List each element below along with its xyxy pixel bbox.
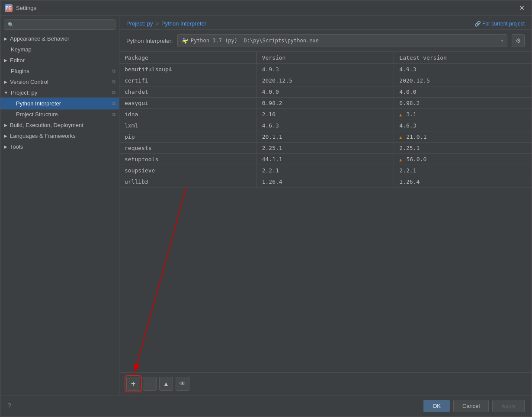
breadcrumb-current: Python Interpreter [161, 20, 206, 27]
upgrade-arrow-icon: ▲ [399, 112, 404, 117]
svg-point-1 [185, 42, 186, 43]
cancel-button[interactable]: Cancel [453, 400, 489, 412]
table-row[interactable]: pip20.1.1▲ 21.0.1 [119, 131, 532, 143]
table-row[interactable]: urllib31.26.41.26.4 [119, 176, 532, 188]
remove-package-button[interactable]: − [143, 377, 157, 391]
table-header: Package Version Latest version [119, 52, 532, 64]
help-button[interactable]: ? [7, 402, 11, 410]
sidebar-item-label: Python Interpreter [16, 100, 61, 107]
upgrade-arrow-icon: ▲ [399, 135, 404, 140]
cell-latest: 4.6.3 [394, 120, 532, 131]
copy-icon: ⧉ [112, 101, 115, 106]
cell-version: 4.9.3 [257, 64, 394, 75]
main-content: 🔍 ▶ Appearance & Behavior Keymap ▶ Edito… [0, 16, 532, 395]
table-row[interactable]: lxml4.6.34.6.3 [119, 120, 532, 131]
table-row[interactable]: idna2.10▲ 3.1 [119, 109, 532, 120]
table-row[interactable]: easygui0.98.20.98.2 [119, 98, 532, 109]
table-row[interactable]: setuptools44.1.1▲ 56.0.0 [119, 154, 532, 165]
sidebar-item-label: Project: py [11, 89, 37, 96]
table-row[interactable]: chardet4.0.04.0.0 [119, 86, 532, 98]
cell-version: 1.26.4 [257, 176, 394, 187]
search-box[interactable]: 🔍 [4, 19, 115, 30]
cell-package: soupsieve [119, 165, 257, 176]
copy-icon: ⧉ [112, 90, 115, 95]
show-package-button[interactable]: 👁 [176, 377, 189, 391]
interpreter-gear-button[interactable]: ⚙ [512, 34, 525, 47]
bottom-toolbar: + − ▲ 👁 [119, 372, 532, 395]
search-icon: 🔍 [8, 22, 14, 28]
cell-latest: 4.9.3 [394, 64, 532, 75]
interpreter-label: Python Interpreter: [126, 38, 173, 44]
for-project-link[interactable]: 🔗 For current project [474, 21, 525, 27]
cell-package: beautifulsoup4 [119, 64, 257, 75]
cell-package: pip [119, 131, 257, 142]
footer-buttons: OK Cancel Apply [423, 400, 525, 412]
cell-package: lxml [119, 120, 257, 131]
gear-icon: ⚙ [516, 37, 521, 44]
cell-package: setuptools [119, 154, 257, 165]
breadcrumb-project: Project: py [126, 20, 153, 27]
chevron-down-icon: ▾ [501, 38, 503, 44]
sidebar-item-label: Tools [10, 143, 23, 150]
cell-latest: ▲ 56.0.0 [394, 154, 532, 165]
cell-version: 4.0.0 [257, 86, 394, 97]
svg-point-0 [183, 38, 184, 39]
sidebar-item-version-control[interactable]: ▶ Version Control ⧉ [0, 76, 119, 87]
table-row[interactable]: requests2.25.12.25.1 [119, 143, 532, 154]
cell-package: certifi [119, 75, 257, 86]
add-package-button[interactable]: + [126, 377, 140, 391]
cell-version: 44.1.1 [257, 154, 394, 165]
column-package: Package [119, 52, 257, 64]
table-row[interactable]: soupsieve2.2.12.2.1 [119, 165, 532, 176]
cell-version: 0.98.2 [257, 98, 394, 108]
sidebar-item-label: Appearance & Behavior [10, 35, 69, 42]
chevron-down-icon: ▼ [4, 90, 8, 95]
cell-latest: 1.26.4 [394, 176, 532, 187]
sidebar-item-label: Build, Execution, Deployment [10, 122, 83, 128]
copy-icon: ⧉ [112, 111, 115, 117]
cell-latest: 0.98.2 [394, 98, 532, 108]
interpreter-select[interactable]: Python 3.7 (py) D:\py\Scripts\python.exe… [177, 34, 507, 47]
table-row[interactable]: certifi2020.12.52020.12.5 [119, 75, 532, 86]
chevron-right-icon: ▶ [4, 58, 7, 63]
sidebar-item-appearance-behavior[interactable]: ▶ Appearance & Behavior [0, 33, 119, 44]
sidebar-item-python-interpreter[interactable]: Python Interpreter ⧉ [0, 98, 119, 109]
apply-button[interactable]: Apply [492, 400, 525, 412]
chevron-right-icon: ▶ [4, 36, 7, 41]
sidebar-item-build-execution[interactable]: ▶ Build, Execution, Deployment [0, 120, 119, 131]
breadcrumb-separator: > [155, 20, 159, 27]
sidebar-item-editor[interactable]: ▶ Editor [0, 55, 119, 66]
table-body: beautifulsoup44.9.34.9.3certifi2020.12.5… [119, 64, 532, 372]
close-button[interactable]: ✕ [516, 3, 527, 13]
table-row[interactable]: beautifulsoup44.9.34.9.3 [119, 64, 532, 75]
title-bar: PC Settings ✕ [0, 0, 532, 16]
sidebar-section: ▶ Appearance & Behavior Keymap ▶ Editor … [0, 33, 119, 152]
dialog-title: Settings [16, 5, 516, 11]
sidebar-item-project-structure[interactable]: Project Structure ⧉ [0, 109, 119, 120]
cell-latest: 2020.12.5 [394, 75, 532, 86]
chevron-right-icon: ▶ [4, 123, 7, 127]
sidebar-item-tools[interactable]: ▶ Tools [0, 141, 119, 152]
cell-version: 2.25.1 [257, 143, 394, 153]
cell-version: 2.2.1 [257, 165, 394, 176]
sidebar-item-keymap[interactable]: Keymap [0, 44, 119, 55]
cell-package: requests [119, 143, 257, 153]
sidebar-item-languages-frameworks[interactable]: ▶ Languages & Frameworks [0, 131, 119, 141]
sidebar-item-plugins[interactable]: Plugins ⧉ [0, 66, 119, 76]
sidebar-item-label: Version Control [10, 79, 48, 85]
column-version: Version [257, 52, 394, 64]
cell-package: idna [119, 109, 257, 120]
search-input[interactable] [16, 22, 112, 28]
sidebar-item-label: Editor [10, 57, 25, 64]
python-icon [181, 37, 188, 44]
ok-button[interactable]: OK [423, 400, 450, 412]
cell-latest: ▲ 3.1 [394, 109, 532, 120]
interpreter-value: Python 3.7 (py) D:\py\Scripts\python.exe [191, 38, 319, 44]
column-latest-version: Latest version [394, 52, 532, 64]
cell-latest: 2.2.1 [394, 165, 532, 176]
interpreter-bar: Python Interpreter: [119, 30, 532, 52]
copy-icon: ⧉ [112, 79, 115, 85]
sidebar-item-project-py[interactable]: ▼ Project: py ⧉ [0, 87, 119, 98]
cell-latest: ▲ 21.0.1 [394, 131, 532, 142]
upgrade-package-button[interactable]: ▲ [159, 377, 173, 391]
